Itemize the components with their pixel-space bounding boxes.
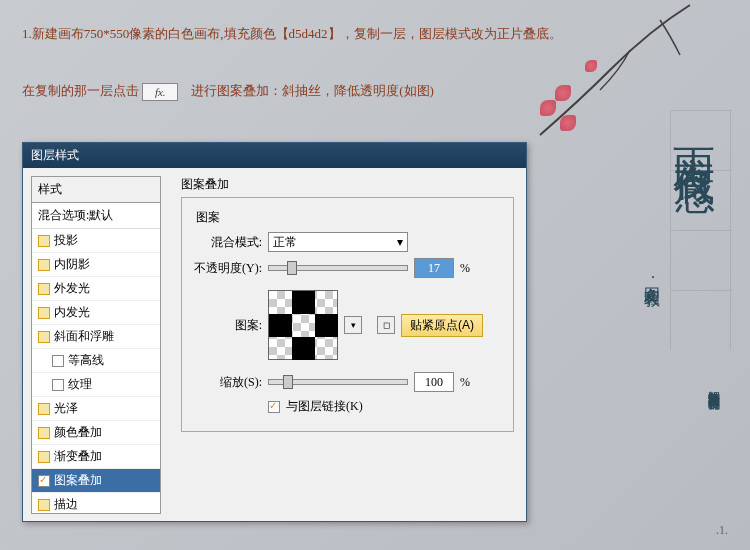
style-item-label: 斜面和浮雕 — [54, 328, 114, 345]
style-item-1[interactable]: 内阴影 — [32, 253, 160, 277]
style-item-9[interactable]: 渐变叠加 — [32, 445, 160, 469]
style-checkbox[interactable] — [38, 427, 50, 439]
style-checkbox[interactable] — [38, 307, 50, 319]
blend-options-default[interactable]: 混合选项:默认 — [32, 203, 160, 229]
opacity-unit: % — [460, 261, 470, 276]
style-item-11[interactable]: 描边 — [32, 493, 160, 517]
style-item-2[interactable]: 外发光 — [32, 277, 160, 301]
scale-slider[interactable] — [268, 379, 408, 385]
style-list: 样式 混合选项:默认 投影内阴影外发光内发光斜面和浮雕等高线纹理光泽颜色叠加渐变… — [31, 176, 161, 514]
pattern-label: 图案: — [192, 317, 262, 334]
style-checkbox[interactable] — [38, 235, 50, 247]
link-layer-checkbox[interactable] — [268, 401, 280, 413]
scale-label: 缩放(S): — [192, 374, 262, 391]
style-item-label: 内阴影 — [54, 256, 90, 273]
style-item-label: 渐变叠加 — [54, 448, 102, 465]
tutorial-credit: 制作讲解 飘零桢雪 可转载不得翻录 — [705, 382, 722, 388]
tutorial-subtitle: 图文·教程 — [641, 275, 662, 279]
style-item-10[interactable]: 图案叠加 — [32, 469, 160, 493]
pattern-swatch[interactable] — [268, 290, 338, 360]
new-preset-icon[interactable]: ◻ — [377, 316, 395, 334]
panel-title: 图案叠加 — [181, 176, 514, 193]
opacity-slider[interactable] — [268, 265, 408, 271]
pattern-picker-icon[interactable]: ▾ — [344, 316, 362, 334]
style-item-5[interactable]: 等高线 — [32, 349, 160, 373]
blend-mode-label: 混合模式: — [192, 234, 262, 251]
style-list-header: 样式 — [32, 177, 160, 203]
tutorial-line1: 1.新建画布750*550像素的白色画布,填充颜色【d5d4d2】，复制一层，图… — [22, 22, 562, 45]
opacity-value[interactable]: 17 — [414, 258, 454, 278]
layer-style-dialog: 图层样式 样式 混合选项:默认 投影内阴影外发光内发光斜面和浮雕等高线纹理光泽颜… — [22, 142, 527, 522]
style-item-0[interactable]: 投影 — [32, 229, 160, 253]
style-checkbox[interactable] — [38, 331, 50, 343]
style-checkbox[interactable] — [38, 499, 50, 511]
style-checkbox[interactable] — [38, 259, 50, 271]
style-item-label: 图案叠加 — [54, 472, 102, 489]
tutorial-line2: 在复制的那一层点击 fx. 进行图案叠加：斜抽丝，降低透明度(如图) — [22, 82, 434, 101]
style-item-7[interactable]: 光泽 — [32, 397, 160, 421]
dialog-titlebar[interactable]: 图层样式 — [23, 143, 526, 168]
style-item-label: 光泽 — [54, 400, 78, 417]
style-checkbox[interactable] — [52, 355, 64, 367]
style-item-label: 纹理 — [68, 376, 92, 393]
style-item-label: 颜色叠加 — [54, 424, 102, 441]
style-item-3[interactable]: 内发光 — [32, 301, 160, 325]
style-checkbox[interactable] — [38, 451, 50, 463]
style-checkbox[interactable] — [38, 475, 50, 487]
pattern-overlay-panel: 图案叠加 图案 混合模式: 正常▾ 不透明度(Y): 17 % 图案: — [169, 168, 526, 522]
scale-value[interactable]: 100 — [414, 372, 454, 392]
style-checkbox[interactable] — [38, 283, 50, 295]
tutorial-title: 雨夜有感 — [666, 115, 722, 147]
style-item-label: 外发光 — [54, 280, 90, 297]
style-item-label: 内发光 — [54, 304, 90, 321]
style-item-label: 描边 — [54, 496, 78, 513]
style-item-8[interactable]: 颜色叠加 — [32, 421, 160, 445]
snap-origin-button[interactable]: 贴紧原点(A) — [401, 314, 483, 337]
style-checkbox[interactable] — [52, 379, 64, 391]
chevron-down-icon: ▾ — [397, 235, 403, 250]
style-item-label: 等高线 — [68, 352, 104, 369]
style-item-4[interactable]: 斜面和浮雕 — [32, 325, 160, 349]
style-checkbox[interactable] — [38, 403, 50, 415]
scale-unit: % — [460, 375, 470, 390]
opacity-label: 不透明度(Y): — [192, 260, 262, 277]
fieldset-label: 图案 — [192, 209, 224, 226]
blend-mode-dropdown[interactable]: 正常▾ — [268, 232, 408, 252]
link-layer-label: 与图层链接(K) — [286, 398, 363, 415]
fx-button-sample: fx. — [142, 83, 178, 101]
style-item-label: 投影 — [54, 232, 78, 249]
page-number: .1. — [716, 523, 728, 538]
style-item-6[interactable]: 纹理 — [32, 373, 160, 397]
